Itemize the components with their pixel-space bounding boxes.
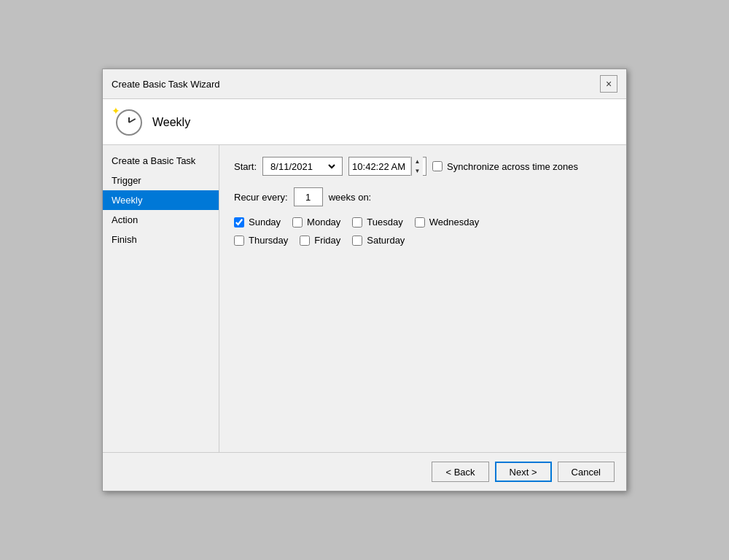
time-field[interactable] [352,161,410,172]
sync-timezone-checkbox[interactable] [432,161,443,171]
sidebar-item-weekly[interactable]: Weekly [103,190,219,210]
weeks-on-label: weeks on: [329,192,372,203]
wednesday-checkbox[interactable] [415,217,425,228]
recur-input[interactable] [294,187,323,206]
sunday-checkbox[interactable] [234,217,244,228]
time-down-button[interactable]: ▼ [411,166,423,176]
wednesday-label[interactable]: Wednesday [415,217,479,228]
tuesday-checkbox[interactable] [352,217,362,228]
next-button[interactable]: Next > [495,462,552,482]
start-row: Start: 8/11/2021 ▲ ▼ Synchronize across … [234,157,612,176]
wizard-content: Create a Basic Task Trigger Weekly Actio… [103,145,626,452]
time-up-button[interactable]: ▲ [411,157,423,166]
sidebar-item-trigger[interactable]: Trigger [103,171,219,190]
sidebar-item-finish[interactable]: Finish [103,230,219,249]
create-basic-task-dialog: Create Basic Task Wizard × ✦ Weekly Crea… [102,69,627,491]
monday-label[interactable]: Monday [292,217,340,228]
monday-checkbox[interactable] [292,217,303,228]
sidebar-item-action[interactable]: Action [103,210,219,230]
dialog-title: Create Basic Task Wizard [112,79,220,90]
sync-timezone-label[interactable]: Synchronize across time zones [432,161,578,172]
sidebar-item-create-task[interactable]: Create a Basic Task [103,151,219,171]
wizard-footer: < Back Next > Cancel [103,452,626,491]
cancel-button[interactable]: Cancel [558,462,615,482]
sunday-label[interactable]: Sunday [234,217,281,228]
friday-label[interactable]: Friday [300,235,340,246]
star-icon: ✦ [112,105,120,117]
wizard-header: ✦ Weekly [103,99,626,145]
close-button[interactable]: × [600,75,617,93]
main-form: Start: 8/11/2021 ▲ ▼ Synchronize across … [219,145,626,452]
wizard-icon-container: ✦ [114,108,144,137]
time-spinner: ▲ ▼ [410,157,423,176]
back-button[interactable]: < Back [432,462,488,482]
thursday-checkbox[interactable] [234,236,244,246]
recur-label: Recur every: [234,192,288,203]
date-dropdown[interactable]: 8/11/2021 [262,157,343,176]
days-row-1: Sunday Monday Tuesday Wednesday [234,217,612,228]
days-row-2: Thursday Friday Saturday [234,235,612,246]
saturday-checkbox[interactable] [352,236,362,246]
thursday-label[interactable]: Thursday [234,235,288,246]
wizard-step-title: Weekly [152,116,190,129]
recur-row: Recur every: weeks on: [234,187,612,206]
wizard-sidebar: Create a Basic Task Trigger Weekly Actio… [103,145,219,452]
tuesday-label[interactable]: Tuesday [352,217,402,228]
date-select-input[interactable]: 8/11/2021 [268,160,338,173]
title-bar: Create Basic Task Wizard × [103,69,626,99]
friday-checkbox[interactable] [300,236,310,246]
saturday-label[interactable]: Saturday [352,235,405,246]
start-label: Start: [234,161,257,172]
time-input-container: ▲ ▼ [348,157,426,176]
